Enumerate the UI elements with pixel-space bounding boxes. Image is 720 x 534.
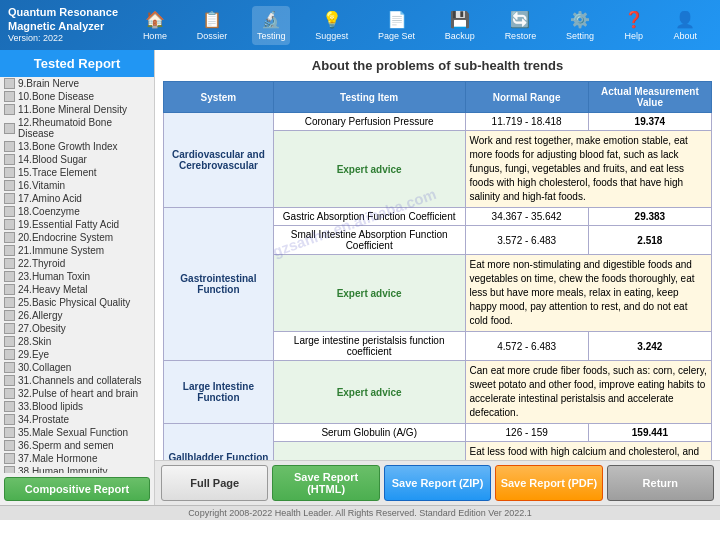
sidebar-bullet xyxy=(4,180,15,191)
sidebar-item-label: 22.Thyroid xyxy=(18,258,65,269)
sidebar-item-19[interactable]: 19.Essential Fatty Acid xyxy=(0,218,154,231)
sidebar-bullet xyxy=(4,375,15,386)
save-report--pdf--button[interactable]: Save Report (PDF) xyxy=(495,465,602,501)
nav-item-home[interactable]: 🏠Home xyxy=(138,6,172,45)
sidebar-item-27[interactable]: 27.Obesity xyxy=(0,322,154,335)
sidebar-bullet xyxy=(4,219,15,230)
sidebar-item-15[interactable]: 15.Trace Element xyxy=(0,166,154,179)
nav-item-page set[interactable]: 📄Page Set xyxy=(373,6,420,45)
sidebar-item-35[interactable]: 35.Male Sexual Function xyxy=(0,426,154,439)
sidebar-item-25[interactable]: 25.Basic Physical Quality xyxy=(0,296,154,309)
sidebar-item-label: 32.Pulse of heart and brain xyxy=(18,388,138,399)
nav-label-suggest: Suggest xyxy=(315,31,348,41)
nav-label-help: Help xyxy=(624,31,643,41)
system-cell: Gastrointestinal Function xyxy=(164,208,274,361)
sidebar-item-28[interactable]: 28.Skin xyxy=(0,335,154,348)
sidebar-item-label: 12.Rheumatoid Bone Disease xyxy=(18,117,150,139)
save-report--html--button[interactable]: Save Report (HTML) xyxy=(272,465,379,501)
nav-item-suggest[interactable]: 💡Suggest xyxy=(310,6,353,45)
sidebar-bullet xyxy=(4,167,15,178)
logo-line1: Quantum Resonance xyxy=(8,5,128,19)
advice-text-cell: Can eat more crude fiber foods, such as:… xyxy=(465,361,711,424)
sidebar-bullet xyxy=(4,78,15,89)
sidebar-item-12[interactable]: 12.Rheumatoid Bone Disease xyxy=(0,116,154,140)
testing-item-cell: Large intestine peristalsis function coe… xyxy=(273,332,465,361)
sidebar-item-20[interactable]: 20.Endocrine System xyxy=(0,231,154,244)
normal-range-cell: 126 - 159 xyxy=(465,424,588,442)
sidebar-item-30[interactable]: 30.Collagen xyxy=(0,361,154,374)
sidebar-item-label: 20.Endocrine System xyxy=(18,232,113,243)
nav-item-backup[interactable]: 💾Backup xyxy=(440,6,480,45)
sidebar-item-11[interactable]: 11.Bone Mineral Density xyxy=(0,103,154,116)
sidebar-item-17[interactable]: 17.Amino Acid xyxy=(0,192,154,205)
table-row: Large Intestine FunctionExpert adviceCan… xyxy=(164,361,712,424)
content-area: gzsanhe.en.alibaba.com About the problem… xyxy=(155,50,720,505)
sidebar-item-38[interactable]: 38.Human Immunity xyxy=(0,465,154,473)
col-system: System xyxy=(164,82,274,113)
nav-label-about: About xyxy=(673,31,697,41)
sidebar-item-label: 16.Vitamin xyxy=(18,180,65,191)
return-button[interactable]: Return xyxy=(607,465,714,501)
sidebar-item-label: 24.Heavy Metal xyxy=(18,284,87,295)
sidebar-item-label: 28.Skin xyxy=(18,336,51,347)
sidebar-item-10[interactable]: 10.Bone Disease xyxy=(0,90,154,103)
nav-item-testing[interactable]: 🔬Testing xyxy=(252,6,291,45)
sidebar-item-33[interactable]: 33.Blood lipids xyxy=(0,400,154,413)
sidebar-item-label: 21.Immune System xyxy=(18,245,104,256)
sidebar-item-22[interactable]: 22.Thyroid xyxy=(0,257,154,270)
sidebar-item-label: 27.Obesity xyxy=(18,323,66,334)
sidebar-item-23[interactable]: 23.Human Toxin xyxy=(0,270,154,283)
table-row: Cardiovascular and CerebrovascularCorona… xyxy=(164,113,712,131)
measurement-value-cell: 2.518 xyxy=(588,226,711,255)
nav-item-about[interactable]: 👤About xyxy=(668,6,702,45)
sidebar-item-26[interactable]: 26.Allergy xyxy=(0,309,154,322)
nav-label-home: Home xyxy=(143,31,167,41)
sidebar-item-24[interactable]: 24.Heavy Metal xyxy=(0,283,154,296)
nav-item-dossier[interactable]: 📋Dossier xyxy=(192,6,233,45)
sidebar-item-9[interactable]: 9.Brain Nerve xyxy=(0,77,154,90)
col-actual: Actual Measurement Value xyxy=(588,82,711,113)
sidebar-item-34[interactable]: 34.Prostate xyxy=(0,413,154,426)
nav-icon-restore: 🔄 xyxy=(510,10,530,29)
sidebar-bullet xyxy=(4,466,15,473)
sidebar-list[interactable]: 9.Brain Nerve10.Bone Disease11.Bone Mine… xyxy=(0,77,154,473)
sidebar-item-label: 34.Prostate xyxy=(18,414,69,425)
sidebar-item-18[interactable]: 18.Coenzyme xyxy=(0,205,154,218)
sidebar-item-label: 18.Coenzyme xyxy=(18,206,80,217)
nav-item-restore[interactable]: 🔄Restore xyxy=(500,6,542,45)
nav-icon-page set: 📄 xyxy=(387,10,407,29)
save-report--zip--button[interactable]: Save Report (ZIP) xyxy=(384,465,491,501)
nav-item-setting[interactable]: ⚙️Setting xyxy=(561,6,599,45)
nav-label-page set: Page Set xyxy=(378,31,415,41)
logo-version: Version: 2022 xyxy=(8,33,128,45)
nav-label-setting: Setting xyxy=(566,31,594,41)
sidebar-item-13[interactable]: 13.Bone Growth Index xyxy=(0,140,154,153)
nav-bar: 🏠Home📋Dossier🔬Testing💡Suggest📄Page Set💾B… xyxy=(128,6,712,45)
sidebar-item-label: 13.Bone Growth Index xyxy=(18,141,118,152)
measurement-value-cell: 3.242 xyxy=(588,332,711,361)
composite-report-button[interactable]: Compositive Report xyxy=(4,477,150,501)
sidebar-item-31[interactable]: 31.Channels and collaterals xyxy=(0,374,154,387)
sidebar-bullet xyxy=(4,414,15,425)
nav-item-help[interactable]: ❓Help xyxy=(619,6,649,45)
col-testing: Testing Item xyxy=(273,82,465,113)
sidebar-item-label: 30.Collagen xyxy=(18,362,71,373)
nav-icon-setting: ⚙️ xyxy=(570,10,590,29)
sidebar-item-16[interactable]: 16.Vitamin xyxy=(0,179,154,192)
sidebar-item-32[interactable]: 32.Pulse of heart and brain xyxy=(0,387,154,400)
normal-range-cell: 3.572 - 6.483 xyxy=(465,226,588,255)
sidebar-item-36[interactable]: 36.Sperm and semen xyxy=(0,439,154,452)
nav-label-restore: Restore xyxy=(505,31,537,41)
sidebar-item-14[interactable]: 14.Blood Sugar xyxy=(0,153,154,166)
full-page-button[interactable]: Full Page xyxy=(161,465,268,501)
table-row: Gallbladder FunctionSerum Globulin (A/G)… xyxy=(164,424,712,442)
sidebar-item-37[interactable]: 37.Male Hormone xyxy=(0,452,154,465)
sidebar-item-29[interactable]: 29.Eye xyxy=(0,348,154,361)
sidebar-bullet xyxy=(4,427,15,438)
nav-icon-home: 🏠 xyxy=(145,10,165,29)
sidebar-title: Tested Report xyxy=(0,50,154,77)
sidebar-item-21[interactable]: 21.Immune System xyxy=(0,244,154,257)
sidebar-item-label: 31.Channels and collaterals xyxy=(18,375,141,386)
nav-label-testing: Testing xyxy=(257,31,286,41)
nav-icon-backup: 💾 xyxy=(450,10,470,29)
